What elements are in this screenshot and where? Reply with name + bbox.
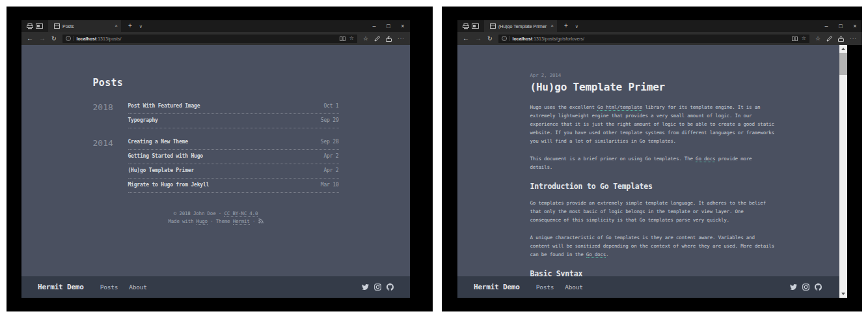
set-tabs-aside-icon[interactable] <box>27 23 33 29</box>
post-row[interactable]: Migrate to Hugo from Jekyll Mar 10 <box>128 179 339 193</box>
instagram-icon[interactable] <box>802 283 809 291</box>
site-brand-link[interactable]: Hermit Demo <box>474 283 520 291</box>
scroll-down-icon[interactable] <box>839 290 847 298</box>
more-options-icon[interactable]: ··· <box>850 36 857 42</box>
post-link[interactable]: Creating a New Theme <box>128 139 188 145</box>
browser-window-article: (Hu)go Template Primer × + ∨ – □ × ← → ↻… <box>457 20 862 298</box>
close-button[interactable]: × <box>848 20 862 32</box>
post-row[interactable]: Getting Started with Hugo Apr 2 <box>128 150 339 164</box>
page-viewport-article: Apr 2, 2014 (Hu)go Template Primer Hugo … <box>457 45 847 298</box>
reading-view-icon[interactable] <box>340 36 346 41</box>
navbar-link-about[interactable]: About <box>129 283 147 291</box>
set-tabs-aside-icon[interactable] <box>463 23 469 29</box>
page-viewport-posts: Posts 2018 Post With Featured Image Oct … <box>21 45 410 298</box>
site-info-icon[interactable]: i <box>66 36 71 41</box>
refresh-button[interactable]: ↻ <box>51 36 57 42</box>
address-bar[interactable]: i localhost:1313/posts/ ☆ <box>62 35 357 43</box>
address-bar[interactable]: i localhost:1313/posts/goisforlovers/ ☆ <box>498 35 809 43</box>
post-row[interactable]: (Hu)go Template Primer Apr 2 <box>128 164 339 179</box>
site-brand-link[interactable]: Hermit Demo <box>38 283 84 291</box>
tab-previews-icon[interactable] <box>36 23 43 29</box>
posts-page: Posts 2018 Post With Featured Image Oct … <box>93 45 339 226</box>
post-date: Sep 29 <box>321 117 339 123</box>
go-html-template-link[interactable]: Go html/template <box>597 104 642 111</box>
more-options-icon[interactable]: ··· <box>398 36 405 42</box>
favorites-hub-icon[interactable]: ☆ <box>815 36 821 42</box>
article-paragraph: Hugo uses the excellent Go html/template… <box>530 103 775 145</box>
hugo-link[interactable]: Hugo <box>197 218 208 225</box>
forward-button[interactable]: → <box>475 35 481 42</box>
paragraph-text: . <box>606 252 608 257</box>
refresh-button[interactable]: ↻ <box>487 36 493 42</box>
url-path: :1313/posts/goisforlovers/ <box>532 36 584 41</box>
twitter-icon[interactable] <box>790 283 797 291</box>
favorites-hub-icon[interactable]: ☆ <box>363 36 368 42</box>
post-date: Oct 1 <box>323 103 338 109</box>
scrollbar-thumb[interactable] <box>839 53 847 75</box>
github-icon[interactable] <box>387 283 394 291</box>
site-info-icon[interactable]: i <box>502 36 507 41</box>
browser-tab[interactable]: (Hu)go Template Primer × <box>484 20 557 32</box>
forward-button[interactable]: → <box>39 35 46 42</box>
tab-close-icon[interactable]: × <box>550 23 554 29</box>
article-paragraph: A unique characteristic of Go templates … <box>530 233 775 259</box>
footer-line-2: Made with Hugo · Theme Hermit · <box>93 218 339 226</box>
post-link[interactable]: (Hu)go Template Primer <box>128 167 195 173</box>
add-favorite-star-icon[interactable]: ☆ <box>349 36 354 41</box>
post-row[interactable]: Typography Sep 29 <box>128 114 339 128</box>
url-text: localhost:1313/posts/goisforlovers/ <box>513 36 585 41</box>
scroll-up-icon[interactable] <box>839 45 847 53</box>
go-docs-link[interactable]: Go docs <box>696 156 715 162</box>
article-date: Apr 2, 2014 <box>530 72 775 78</box>
tab-previews-icon[interactable] <box>472 23 479 29</box>
minimize-button[interactable]: – <box>367 20 381 32</box>
close-button[interactable]: × <box>396 20 410 32</box>
post-date: Apr 2 <box>323 167 338 173</box>
scrollbar[interactable] <box>839 45 847 298</box>
navbar-link-posts[interactable]: Posts <box>536 283 554 291</box>
post-date: Apr 2 <box>323 153 338 159</box>
post-row[interactable]: Creating a New Theme Sep 28 <box>128 138 339 150</box>
post-link[interactable]: Getting Started with Hugo <box>128 153 203 159</box>
url-path: :1313/posts/ <box>96 36 121 41</box>
tab-bar: Posts × + ∨ – □ × <box>21 20 410 32</box>
github-icon[interactable] <box>815 283 822 291</box>
back-button[interactable]: ← <box>463 35 469 42</box>
maximize-button[interactable]: □ <box>381 20 396 32</box>
tab-close-icon[interactable]: × <box>115 23 118 29</box>
license-link[interactable]: CC BY-NC 4.0 <box>224 210 258 217</box>
window-controls: – □ × <box>819 20 862 32</box>
tab-title: Posts <box>62 24 112 29</box>
rss-icon[interactable] <box>258 219 264 225</box>
web-notes-pen-icon[interactable] <box>374 36 380 42</box>
twitter-icon[interactable] <box>362 283 369 291</box>
add-favorite-star-icon[interactable]: ☆ <box>802 36 806 41</box>
web-notes-pen-icon[interactable] <box>826 36 832 42</box>
back-button[interactable]: ← <box>27 35 33 42</box>
footer-made-with: Made with <box>168 218 196 224</box>
theme-link[interactable]: Hermit <box>233 218 250 225</box>
new-tab-button[interactable]: + <box>128 23 132 29</box>
paragraph-text: Hugo uses the excellent <box>530 104 598 110</box>
article-paragraph: This document is a brief primer on using… <box>530 154 775 171</box>
browser-toolbar: ← → ↻ i localhost:1313/posts/goisforlove… <box>457 32 862 45</box>
navbar-link-about[interactable]: About <box>565 283 583 291</box>
tab-menu-icon[interactable]: ∨ <box>139 24 142 29</box>
new-tab-button[interactable]: + <box>564 23 568 29</box>
go-docs-link[interactable]: Go docs <box>586 252 606 258</box>
post-row[interactable]: Post With Featured Image Oct 1 <box>128 102 339 114</box>
maximize-button[interactable]: □ <box>834 20 848 32</box>
instagram-icon[interactable] <box>374 283 381 291</box>
tab-menu-icon[interactable]: ∨ <box>575 24 578 29</box>
navbar-link-posts[interactable]: Posts <box>100 283 118 291</box>
minimize-button[interactable]: – <box>819 20 834 32</box>
post-link[interactable]: Migrate to Hugo from Jekyll <box>128 182 210 188</box>
bottom-navbar: Hermit Demo Posts About <box>457 276 847 298</box>
share-icon[interactable] <box>838 36 844 42</box>
reading-view-icon[interactable] <box>792 36 798 41</box>
post-link[interactable]: Post With Featured Image <box>128 103 200 109</box>
post-link[interactable]: Typography <box>128 117 158 123</box>
paragraph-text: library for its template engine. It is a… <box>530 104 774 144</box>
share-icon[interactable] <box>386 36 392 42</box>
browser-tab[interactable]: Posts × <box>48 20 121 32</box>
